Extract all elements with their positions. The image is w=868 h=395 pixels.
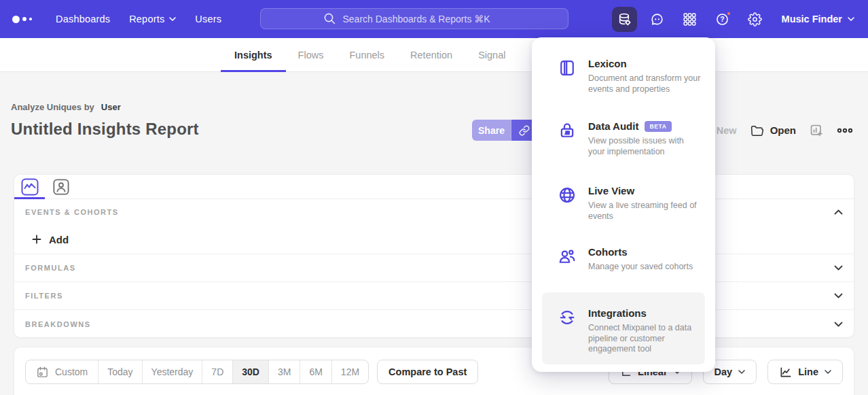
tab-retention[interactable]: Retention bbox=[410, 38, 452, 72]
project-switcher[interactable]: Music Finder bbox=[782, 14, 854, 24]
insights-chart-view-tab[interactable] bbox=[21, 178, 39, 196]
nav-dashboards-label: Dashboards bbox=[56, 14, 110, 24]
menu-item-cohorts[interactable]: Cohorts Manage your saved cohorts bbox=[532, 246, 715, 273]
data-management-button[interactable] bbox=[612, 7, 637, 32]
profiles-view-tab[interactable] bbox=[52, 178, 70, 196]
tab-funnels-label: Funnels bbox=[349, 50, 384, 61]
section-events-cohorts[interactable]: EVENTS & COHORTS bbox=[14, 199, 854, 225]
new-report-button[interactable]: New bbox=[717, 125, 737, 136]
formulas-label: FORMULAS bbox=[25, 264, 76, 272]
more-options-icon[interactable] bbox=[837, 127, 853, 134]
date-range-12m[interactable]: 12M bbox=[331, 360, 368, 383]
chart-type-dropdown[interactable]: Line bbox=[767, 360, 843, 384]
nav-reports[interactable]: Reports bbox=[129, 14, 176, 24]
nav-users-label: Users bbox=[195, 14, 221, 24]
events-cohorts-label: EVENTS & COHORTS bbox=[25, 208, 119, 216]
date-range-custom[interactable]: Custom bbox=[26, 360, 98, 383]
today-label: Today bbox=[107, 366, 132, 377]
section-filters[interactable]: FILTERS bbox=[14, 282, 854, 310]
chevron-down-icon bbox=[848, 17, 854, 21]
search-icon bbox=[323, 12, 336, 25]
apps-grid-button[interactable] bbox=[677, 7, 702, 32]
mixpanel-logo[interactable] bbox=[12, 16, 39, 23]
menu-item-live-view[interactable]: Live View View a live streaming feed of … bbox=[532, 185, 715, 222]
menu-item-title: Live View bbox=[588, 185, 634, 196]
section-formulas[interactable]: FORMULAS bbox=[14, 254, 854, 282]
data-management-icon bbox=[617, 12, 632, 27]
nav-users[interactable]: Users bbox=[195, 14, 221, 24]
menu-item-lexicon[interactable]: Lexicon Document and transform your even… bbox=[532, 58, 715, 95]
chart-controls-panel: Custom Today Yesterday 7D 30D 3M 6M 12M … bbox=[14, 347, 854, 395]
page-title[interactable]: Untitled Insights Report bbox=[11, 120, 199, 139]
notification-dot bbox=[726, 11, 731, 16]
menu-item-title: Lexicon bbox=[588, 58, 627, 69]
report-subtitle: Analyze Uniques by User bbox=[11, 102, 121, 112]
date-range-yesterday[interactable]: Yesterday bbox=[142, 360, 202, 383]
settings-icon bbox=[748, 12, 762, 27]
nav-reports-label: Reports bbox=[129, 14, 164, 24]
help-button[interactable]: ? bbox=[710, 7, 735, 32]
beta-badge: BETA bbox=[645, 121, 671, 132]
menu-item-integrations[interactable]: Integrations Connect Mixpanel to a data … bbox=[532, 307, 715, 355]
chevron-down-icon bbox=[169, 17, 176, 21]
menu-item-title: Data Audit bbox=[588, 120, 638, 132]
yesterday-label: Yesterday bbox=[151, 366, 194, 377]
compare-to-past-button[interactable]: Compare to Past bbox=[377, 360, 478, 384]
calendar-icon bbox=[36, 366, 49, 379]
add-to-board-icon[interactable] bbox=[810, 124, 823, 137]
nav-dashboards[interactable]: Dashboards bbox=[56, 14, 110, 24]
plus-icon bbox=[32, 235, 41, 244]
chevron-down-icon bbox=[738, 370, 745, 374]
add-event-button[interactable]: Add bbox=[14, 225, 854, 254]
date-range-3m[interactable]: 3M bbox=[268, 360, 300, 383]
interval-label: Day bbox=[715, 366, 733, 377]
menu-item-title: Cohorts bbox=[588, 246, 628, 258]
menu-item-data-audit[interactable]: Data AuditBETA View possible issues with… bbox=[532, 120, 715, 157]
date-range-7d[interactable]: 7D bbox=[202, 360, 232, 383]
chevron-up-icon[interactable] bbox=[834, 209, 843, 215]
report-tabbar: Insights Flows Funnels Retention Signal … bbox=[0, 38, 868, 72]
tab-signal[interactable]: Signal bbox=[478, 38, 505, 72]
section-breakdowns[interactable]: BREAKDOWNS bbox=[14, 310, 854, 338]
chevron-down-icon[interactable] bbox=[834, 293, 843, 298]
share-button[interactable]: Share bbox=[472, 120, 511, 141]
tab-funnels[interactable]: Funnels bbox=[349, 38, 384, 72]
profiles-view-icon bbox=[53, 179, 69, 195]
tab-insights[interactable]: Insights bbox=[234, 38, 272, 72]
tab-flows[interactable]: Flows bbox=[298, 38, 324, 72]
svg-text:?: ? bbox=[720, 15, 724, 23]
12m-label: 12M bbox=[341, 366, 359, 377]
date-range-30d[interactable]: 30D bbox=[232, 360, 268, 383]
open-label: Open bbox=[770, 124, 796, 136]
chevron-down-icon[interactable] bbox=[834, 322, 843, 327]
messages-icon bbox=[650, 12, 664, 27]
apps-grid-icon bbox=[683, 12, 697, 27]
menu-item-description: Document and transform your events and p… bbox=[588, 73, 702, 95]
subtitle-prefix: Analyze Uniques by bbox=[11, 102, 94, 112]
tab-flows-label: Flows bbox=[298, 50, 324, 61]
top-nav: Dashboards Reports Users bbox=[56, 14, 221, 24]
messages-button[interactable] bbox=[645, 7, 670, 32]
line-chart-icon bbox=[779, 366, 792, 379]
menu-item-text: Data AuditBETA View possible issues with… bbox=[588, 120, 702, 157]
menu-item-text: Cohorts Manage your saved cohorts bbox=[588, 246, 693, 273]
integrations-icon bbox=[558, 308, 577, 327]
query-builder-panel: EVENTS & COHORTS Add FORMULAS FILTERS BR… bbox=[14, 174, 854, 338]
menu-item-text: Live View View a live streaming feed of … bbox=[588, 185, 702, 222]
chart-type-label: Line bbox=[798, 366, 818, 377]
date-range-group: Custom Today Yesterday 7D 30D 3M 6M 12M bbox=[25, 360, 369, 384]
insights-chart-view-icon bbox=[21, 178, 39, 196]
live-view-icon bbox=[558, 186, 577, 205]
chevron-down-icon[interactable] bbox=[834, 265, 843, 271]
30d-label: 30D bbox=[242, 366, 259, 377]
subtitle-entity[interactable]: User bbox=[101, 102, 121, 112]
search-input[interactable] bbox=[343, 14, 506, 24]
date-range-today[interactable]: Today bbox=[98, 360, 141, 383]
menu-item-text: Integrations Connect Mixpanel to a data … bbox=[588, 307, 702, 355]
open-report-button[interactable]: Open bbox=[751, 124, 796, 137]
date-range-6m[interactable]: 6M bbox=[300, 360, 331, 383]
menu-item-description: View a live streaming feed of events bbox=[588, 201, 702, 222]
settings-button[interactable] bbox=[742, 7, 767, 32]
global-search[interactable] bbox=[260, 8, 568, 29]
link-icon bbox=[519, 125, 530, 136]
